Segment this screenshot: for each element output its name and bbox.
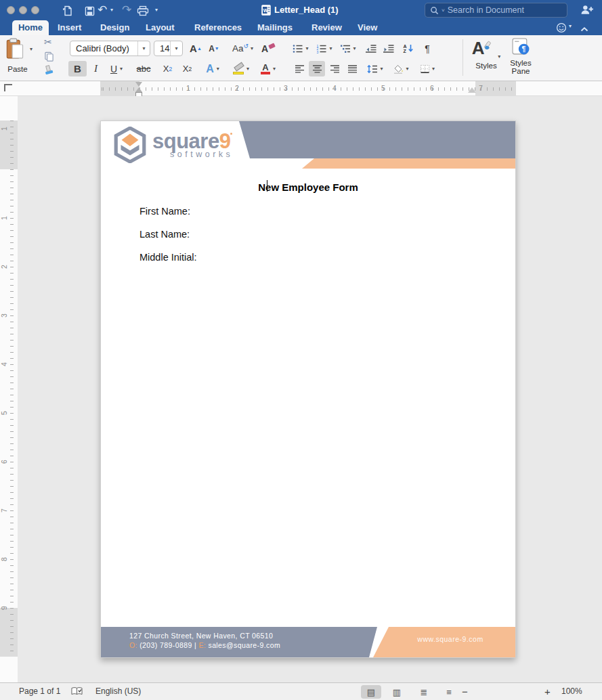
web-layout-view-button[interactable]: ▥ [387,685,407,699]
highlight-button[interactable]: ▾ [228,61,254,76]
sort-button[interactable]: AZ [400,41,416,56]
shading-button[interactable]: ▾ [389,61,412,76]
svg-text:¶: ¶ [521,45,525,53]
superscript-button[interactable]: X2 [178,61,196,76]
align-left-button[interactable] [291,61,307,76]
multilevel-list-button[interactable]: ▾ [337,41,359,56]
hanging-indent-marker[interactable] [135,87,142,92]
redo-button[interactable]: ↷ [122,0,131,20]
save-button[interactable] [85,0,95,20]
tab-review[interactable]: Review [311,20,342,35]
ruler-number: 6 [430,84,434,92]
right-indent-marker[interactable] [468,87,476,93]
undo-button[interactable]: ↶ [98,0,107,20]
font-size-select[interactable]: 14 ▾ [154,41,183,56]
zoom-in-button[interactable]: + [544,683,551,700]
new-document-button[interactable] [62,0,73,20]
styles-dropdown[interactable]: ▾ [498,53,500,60]
footer-website: www.square-9.com [392,635,509,643]
grow-font-button[interactable]: A▲ [187,41,205,56]
zoom-out-button[interactable]: − [462,683,468,700]
language-status[interactable]: English (US) [95,683,141,700]
field-last-name[interactable]: Last Name: [139,229,190,240]
highlight-dropdown[interactable]: ▾ [246,66,249,72]
feedback-smiley-button[interactable] [556,22,567,36]
styles-brush-icon: A [472,38,495,58]
bullets-dropdown[interactable]: ▾ [305,45,308,51]
document-page[interactable]: square9 softworks New Employee Form Firs… [100,121,516,658]
strikethrough-button[interactable]: abc [131,61,156,76]
italic-button[interactable]: I [88,61,104,76]
bold-button[interactable]: B [68,61,87,76]
font-color-button[interactable]: A ▾ [257,61,280,76]
align-left-icon [295,64,305,74]
underline-button[interactable]: U ▾ [105,61,128,76]
svg-text:W: W [263,7,269,14]
page-count[interactable]: Page 1 of 1 [19,683,60,700]
cut-button[interactable]: ✂ [44,37,52,47]
change-case-button[interactable]: Aa ↺ ▾ [228,41,257,56]
numbering-button[interactable]: 123 ▾ [314,41,335,56]
text-effects-dropdown[interactable]: ▾ [217,66,219,72]
outline-view-button[interactable]: ≣ [414,685,434,699]
clear-formatting-button[interactable]: A [259,41,277,56]
font-name-select[interactable]: Calibri (Body) ▾ [70,41,150,56]
bullets-button[interactable]: ▾ [290,41,311,56]
undo-dropdown[interactable]: ▾ [110,0,113,20]
format-painter-button[interactable] [43,64,54,78]
field-middle-initial[interactable]: Middle Initial: [139,252,197,263]
font-name-dropdown[interactable]: ▾ [137,41,150,56]
tab-references[interactable]: References [194,20,242,35]
font-color-dropdown[interactable]: ▾ [273,66,276,72]
align-right-button[interactable] [326,61,343,76]
form-title[interactable]: New Employee Form [101,181,515,193]
share-button[interactable] [580,5,594,18]
text-effects-button[interactable]: A ▾ [200,61,225,76]
shading-dropdown[interactable]: ▾ [406,66,408,72]
tab-layout[interactable]: Layout [146,20,175,35]
tab-mailings[interactable]: Mailings [257,20,293,35]
paste-dropdown[interactable]: ▾ [30,46,33,52]
paste-button[interactable] [6,38,24,62]
decrease-indent-button[interactable] [362,41,379,56]
draft-view-button[interactable]: ≡ [439,685,459,699]
spell-check-button[interactable] [71,686,83,699]
print-button[interactable] [137,0,149,20]
borders-dropdown[interactable]: ▾ [432,66,435,72]
close-window-button[interactable] [7,6,15,14]
zoom-window-button[interactable] [31,6,39,14]
search-scope-dropdown[interactable]: ˅ [442,7,445,14]
first-line-indent-marker[interactable] [135,82,142,87]
tab-stop-selector[interactable] [4,84,12,91]
multilevel-dropdown[interactable]: ▾ [353,45,356,51]
borders-button[interactable]: ▾ [415,61,439,76]
qat-more-button[interactable]: ▾ [155,0,158,20]
document-workspace[interactable]: square9 softworks New Employee Form Firs… [18,96,602,682]
align-center-button[interactable] [309,61,325,76]
field-first-name[interactable]: First Name: [139,206,190,217]
feedback-dropdown[interactable]: ▾ [569,23,572,29]
numbering-dropdown[interactable]: ▾ [329,45,332,51]
shrink-font-button[interactable]: A▼ [205,41,223,56]
styles-pane-button[interactable]: ¶ Styles Pane [504,38,538,75]
collapse-ribbon-button[interactable] [580,23,588,35]
print-layout-view-button[interactable]: ▤ [361,685,381,699]
search-in-document-field[interactable]: ˅ Search in Document [425,3,567,18]
tab-home[interactable]: Home [12,20,49,35]
line-spacing-button[interactable]: ▾ [364,61,387,76]
format-painter-brush-icon [41,62,56,76]
show-formatting-marks-button[interactable]: ¶ [419,41,435,56]
tab-view[interactable]: View [358,20,377,35]
justify-icon [347,64,358,74]
line-spacing-dropdown[interactable]: ▾ [380,66,383,72]
styles-button[interactable]: A ▾ Styles [471,38,502,70]
justify-button[interactable] [344,61,360,76]
zoom-percentage[interactable]: 100% [561,683,582,700]
minimize-window-button[interactable] [19,6,27,14]
tab-insert[interactable]: Insert [58,20,81,35]
font-size-dropdown[interactable]: ▾ [170,41,182,56]
increase-indent-button[interactable] [380,41,396,56]
subscript-button[interactable]: X2 [158,61,177,76]
underline-dropdown[interactable]: ▾ [120,66,123,72]
tab-design[interactable]: Design [100,20,129,35]
